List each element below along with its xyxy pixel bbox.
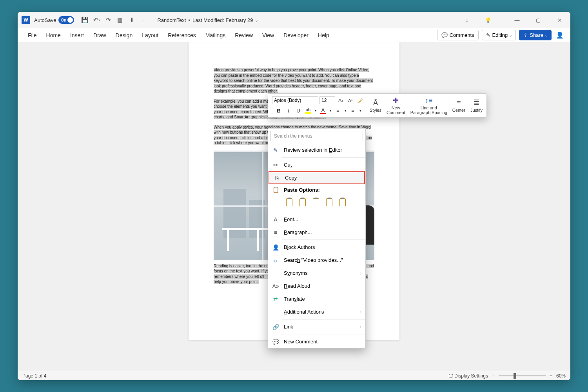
tab-review[interactable]: Review bbox=[230, 28, 258, 42]
cut-icon: ✂ bbox=[272, 162, 279, 169]
justify-button[interactable]: ≣ Justify bbox=[468, 95, 485, 116]
save-icon[interactable]: 💾 bbox=[80, 15, 90, 25]
zoom-slider[interactable] bbox=[499, 375, 546, 376]
qat-customize-icon[interactable]: ⋯ bbox=[138, 15, 149, 25]
menu-font[interactable]: A Font... bbox=[268, 213, 365, 226]
paste-default[interactable] bbox=[337, 197, 348, 208]
tab-mailings[interactable]: Mailings bbox=[201, 28, 230, 42]
font-size-select[interactable] bbox=[319, 96, 335, 104]
qat-icon-2[interactable]: ⬇ bbox=[127, 15, 137, 25]
toggle-knob bbox=[67, 17, 73, 23]
styles-icon: Ᾱ bbox=[373, 98, 378, 107]
tab-references[interactable]: References bbox=[163, 28, 201, 42]
tab-layout[interactable]: Layout bbox=[137, 28, 163, 42]
styles-button[interactable]: Ᾱ Styles bbox=[367, 95, 384, 116]
menu-copy[interactable]: ⎘ Copy bbox=[269, 171, 365, 184]
paste-icon: 📋 bbox=[272, 186, 279, 193]
italic-button[interactable]: I bbox=[284, 106, 293, 115]
editing-button[interactable]: ✎Editing⌵ bbox=[482, 30, 516, 40]
grow-font-icon[interactable]: A▴ bbox=[336, 96, 345, 105]
redo-icon[interactable]: ↷ bbox=[103, 15, 113, 25]
shrink-font-icon[interactable]: A▾ bbox=[346, 96, 355, 105]
tab-draw[interactable]: Draw bbox=[89, 28, 111, 42]
tab-home[interactable]: Home bbox=[42, 28, 65, 42]
font-select[interactable] bbox=[272, 96, 318, 104]
zoom-out-button[interactable]: − bbox=[492, 373, 495, 379]
font-color-dropdown-icon[interactable]: ▾ bbox=[328, 106, 332, 115]
new-comment-button[interactable]: ✚ NewComment bbox=[384, 95, 408, 116]
menu-search[interactable]: ⌕ Search "Video provides..." bbox=[268, 254, 365, 267]
bullets-dropdown-icon[interactable]: ▾ bbox=[343, 106, 347, 115]
menu-translate[interactable]: ⇄ Translate bbox=[268, 292, 365, 305]
paste-text-only[interactable] bbox=[324, 197, 335, 208]
format-painter-icon[interactable]: 🖌 bbox=[356, 96, 365, 105]
menu-review-editor[interactable]: ✎ Review selection in Editor bbox=[268, 143, 365, 156]
autosave-toggle[interactable]: On bbox=[58, 16, 74, 24]
highlight-button[interactable]: ab bbox=[304, 106, 312, 115]
justify-icon: ≣ bbox=[474, 98, 479, 107]
share-icon: ⇪ bbox=[523, 32, 528, 38]
account-icon[interactable]: 👤 bbox=[555, 31, 565, 39]
close-button[interactable]: ✕ bbox=[552, 14, 566, 26]
zoom-in-button[interactable]: + bbox=[550, 373, 552, 379]
link-icon: 🔗 bbox=[272, 323, 279, 330]
comment-icon: 💬 bbox=[441, 32, 448, 38]
qat-icon-1[interactable]: ▦ bbox=[115, 15, 125, 25]
center-button[interactable]: ≡ Center bbox=[450, 95, 468, 116]
menu-paragraph[interactable]: ≡ Paragraph... bbox=[268, 226, 365, 239]
autosave-state: On bbox=[61, 18, 66, 22]
zoom-level[interactable]: 60% bbox=[556, 373, 566, 379]
chevron-right-icon: › bbox=[360, 310, 361, 314]
font-color-button[interactable]: A bbox=[319, 106, 327, 115]
tab-insert[interactable]: Insert bbox=[65, 28, 89, 42]
comments-button[interactable]: 💬Comments bbox=[437, 30, 479, 40]
tab-help[interactable]: Help bbox=[313, 28, 334, 42]
paste-picture[interactable] bbox=[310, 197, 321, 208]
center-icon: ≡ bbox=[457, 99, 461, 107]
numbering-button[interactable]: ≡ bbox=[348, 106, 357, 115]
chevron-down-icon: ⌵ bbox=[510, 33, 512, 37]
maximize-button[interactable]: ▢ bbox=[531, 14, 545, 26]
bold-button[interactable]: B bbox=[274, 106, 283, 115]
highlight-dropdown-icon[interactable]: ▾ bbox=[314, 106, 318, 115]
zoom-thumb[interactable] bbox=[514, 373, 516, 379]
tab-design[interactable]: Design bbox=[111, 28, 138, 42]
paste-keep-source[interactable] bbox=[284, 197, 295, 208]
statusbar: Page 1 of 4 🖵 Display Settings − + 60% bbox=[18, 371, 570, 380]
paste-options-row bbox=[268, 195, 365, 211]
numbering-dropdown-icon[interactable]: ▾ bbox=[358, 106, 362, 115]
tab-file[interactable]: File bbox=[23, 28, 42, 42]
document-title[interactable]: RandomText • Last Modified: February 29 … bbox=[157, 17, 258, 23]
page-indicator[interactable]: Page 1 of 4 bbox=[22, 373, 46, 379]
menu-new-comment[interactable]: 💬 New Comment bbox=[268, 335, 365, 348]
comment-icon: 💬 bbox=[272, 338, 279, 345]
new-comment-icon: ✚ bbox=[393, 96, 399, 105]
display-settings-button[interactable]: 🖵 Display Settings bbox=[448, 373, 488, 379]
search-icon[interactable]: ⌕ bbox=[460, 14, 474, 26]
minimize-button[interactable]: — bbox=[510, 14, 524, 26]
tab-view[interactable]: View bbox=[258, 28, 279, 42]
menu-read-aloud[interactable]: A» Read Aloud bbox=[268, 279, 365, 292]
tab-developer[interactable]: Developer bbox=[279, 28, 313, 42]
chevron-right-icon: › bbox=[360, 271, 361, 276]
menu-synonyms[interactable]: Synonyms › bbox=[268, 267, 365, 279]
menu-search-input[interactable]: Search the menus bbox=[270, 131, 363, 141]
menu-cut[interactable]: ✂ Cut bbox=[268, 158, 365, 171]
line-spacing-button[interactable]: ↕≡ Line andParagraph Spacing bbox=[408, 95, 450, 116]
word-icon: W bbox=[22, 16, 30, 24]
chevron-right-icon: › bbox=[360, 325, 361, 329]
menu-link[interactable]: 🔗 Link › bbox=[268, 320, 365, 333]
context-menu: Search the menus ✎ Review selection in E… bbox=[268, 128, 366, 348]
menu-block-authors[interactable]: 👤 Block Authors bbox=[268, 241, 365, 254]
chevron-down-icon: ⌵ bbox=[256, 18, 258, 22]
underline-button[interactable]: U bbox=[294, 106, 303, 115]
paragraph-1[interactable]: Video provides a powerful way to help yo… bbox=[214, 68, 373, 93]
paste-merge[interactable] bbox=[297, 197, 308, 208]
translate-icon: ⇄ bbox=[272, 296, 279, 303]
share-button[interactable]: ⇪Share⌵ bbox=[519, 30, 552, 40]
paragraph-icon: ≡ bbox=[272, 229, 279, 236]
bullets-button[interactable]: ≡ bbox=[334, 106, 342, 115]
undo-icon[interactable]: ↶▾ bbox=[91, 15, 102, 25]
menu-additional-actions[interactable]: Additional Actions › bbox=[268, 305, 365, 318]
lightbulb-icon[interactable]: 💡 bbox=[481, 14, 495, 26]
